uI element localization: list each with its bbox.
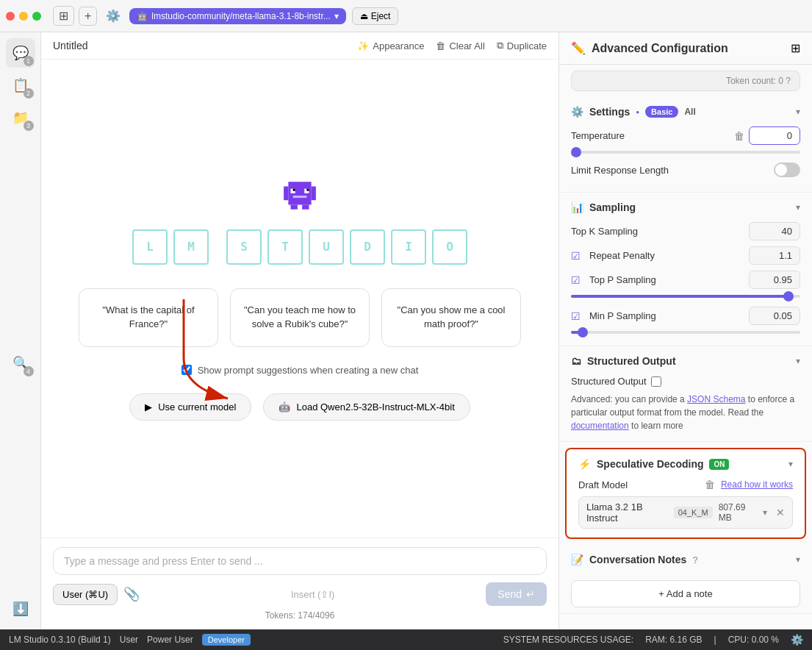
top-p-slider-thumb[interactable] bbox=[783, 291, 794, 301]
documentation-link[interactable]: documentation bbox=[571, 421, 629, 431]
draft-model-actions: 🗑 Read how it works bbox=[705, 479, 793, 490]
delete-temp-icon[interactable]: 🗑 bbox=[734, 130, 744, 142]
model-name: lmstudio-community/meta-llama-3.1-8b-ins… bbox=[151, 11, 330, 21]
sidebar-item-completions[interactable]: 📋 2 bbox=[6, 71, 35, 100]
traffic-lights bbox=[6, 12, 41, 21]
send-icon: ↵ bbox=[526, 588, 535, 600]
suggestion-card-1[interactable]: "What is the capital of France?" bbox=[79, 288, 218, 347]
attach-button[interactable]: 📎 bbox=[123, 586, 140, 602]
speculative-icon: ⚡ bbox=[578, 458, 591, 470]
structured-output-row: Structured Output bbox=[571, 376, 800, 387]
sampling-section-content: Top K Sampling 40 ☑ Repeat Penalty 1.1 ☑… bbox=[559, 222, 812, 346]
model-selector-close[interactable]: ✕ bbox=[776, 507, 785, 518]
token-help-icon[interactable]: ? bbox=[786, 76, 791, 86]
play-icon: ▶ bbox=[145, 401, 152, 413]
settings-section-title: ⚙️ Settings ● Basic All bbox=[571, 106, 696, 118]
show-suggestions-label: Show prompt suggestions when creating a … bbox=[198, 365, 419, 376]
structured-output-chevron: ▾ bbox=[796, 356, 800, 366]
top-p-label-wrap: ☑ Top P Sampling bbox=[571, 274, 656, 286]
min-p-check[interactable]: ☑ bbox=[571, 310, 581, 322]
min-p-slider bbox=[571, 331, 800, 334]
top-p-value[interactable]: 0.95 bbox=[749, 271, 800, 289]
limit-response-toggle[interactable] bbox=[774, 162, 800, 177]
send-button[interactable]: Send ↵ bbox=[486, 582, 547, 606]
settings-section: ⚙️ Settings ● Basic All ▾ Temperature 🗑 … bbox=[559, 97, 812, 193]
temperature-value[interactable]: 0 bbox=[749, 126, 800, 145]
notes-chevron: ▾ bbox=[796, 554, 800, 565]
appearance-button[interactable]: ✨ Appearance bbox=[357, 40, 424, 51]
duplicate-button[interactable]: ⧉ Duplicate bbox=[497, 40, 547, 51]
json-schema-link[interactable]: JSON Schema bbox=[687, 394, 745, 404]
repeat-penalty-check[interactable]: ☑ bbox=[571, 250, 581, 262]
structured-output-content: Structured Output Advanced: you can prov… bbox=[559, 376, 812, 441]
min-p-label: Min P Sampling bbox=[589, 310, 656, 321]
show-suggestions: Show prompt suggestions when creating a … bbox=[182, 365, 419, 376]
chat-input-area: User (⌘U) 📎 Insert (⇧I) Send ↵ Tokens: 1… bbox=[41, 538, 558, 629]
chat-input[interactable] bbox=[64, 555, 536, 567]
action-buttons: ▶ Use current model 🤖 Load Qwen2.5-32B-I… bbox=[129, 393, 470, 421]
temperature-slider-thumb[interactable] bbox=[571, 147, 581, 157]
temperature-label: Temperature bbox=[571, 130, 625, 141]
settings-chevron: ▾ bbox=[796, 107, 800, 117]
sidebar-item-search[interactable]: 🔍 4 bbox=[6, 349, 35, 378]
top-p-label: Top P Sampling bbox=[589, 274, 656, 285]
read-how-link[interactable]: Read how it works bbox=[721, 479, 793, 490]
eject-icon: ⏏ bbox=[360, 11, 368, 21]
maximize-button[interactable] bbox=[32, 12, 41, 21]
delete-draft-icon[interactable]: 🗑 bbox=[705, 479, 715, 490]
status-right: SYSTEM RESOURCES USAGE: RAM: 6.16 GB | C… bbox=[503, 634, 803, 646]
eject-button[interactable]: ⏏ Eject bbox=[352, 7, 399, 25]
chat-area: Untitled ✨ Appearance 🗑 Clear All ⧉ Dupl… bbox=[41, 32, 558, 629]
clear-all-button[interactable]: 🗑 Clear All bbox=[436, 40, 484, 51]
notes-help-icon[interactable]: ? bbox=[692, 554, 698, 565]
cpu-usage: CPU: 0.00 % bbox=[728, 635, 779, 645]
basic-badge[interactable]: Basic bbox=[645, 106, 678, 118]
top-k-value[interactable]: 40 bbox=[749, 222, 800, 240]
use-current-model-button[interactable]: ▶ Use current model bbox=[129, 393, 251, 421]
suggestion-card-2[interactable]: "Can you teach me how to solve a Rubik's… bbox=[230, 288, 370, 347]
sidebar-item-download[interactable]: ⬇️ bbox=[6, 594, 35, 624]
user-button[interactable]: User (⌘U) bbox=[53, 584, 118, 605]
sidebar-badge-2: 2 bbox=[24, 88, 34, 99]
model-selector-size: 807.69 MB bbox=[719, 502, 757, 523]
minimize-button[interactable] bbox=[19, 12, 28, 21]
repeat-penalty-value[interactable]: 1.1 bbox=[749, 246, 800, 265]
settings-section-header[interactable]: ⚙️ Settings ● Basic All ▾ bbox=[559, 97, 812, 126]
min-p-value[interactable]: 0.05 bbox=[749, 307, 800, 325]
structured-output-checkbox[interactable] bbox=[651, 376, 661, 387]
status-bar: LM Studio 0.3.10 (Build 1) User Power Us… bbox=[0, 629, 812, 650]
clear-icon: 🗑 bbox=[436, 40, 445, 51]
status-settings-button[interactable]: ⚙️ bbox=[791, 634, 803, 646]
tab-icon-button[interactable]: ⊞ bbox=[53, 6, 74, 26]
add-note-button[interactable]: + Add a note bbox=[571, 580, 800, 607]
user-label: User (⌘U) bbox=[62, 589, 108, 600]
all-badge[interactable]: All bbox=[684, 107, 695, 117]
structured-output-header[interactable]: 🗂 Structured Output ▾ bbox=[559, 346, 812, 376]
notes-title-text: Conversation Notes bbox=[589, 554, 686, 565]
add-note-label: + Add a note bbox=[658, 588, 712, 599]
use-current-model-label: Use current model bbox=[158, 401, 236, 413]
suggestion-card-3[interactable]: "Can you show me a cool math proof?" bbox=[381, 288, 521, 347]
new-tab-button[interactable]: + bbox=[79, 7, 97, 26]
chat-content: L M S T U D I O "What is the capital of … bbox=[41, 60, 558, 538]
svg-rect-3 bbox=[291, 204, 298, 209]
show-suggestions-checkbox[interactable] bbox=[182, 365, 192, 375]
status-left: LM Studio 0.3.10 (Build 1) User Power Us… bbox=[9, 634, 251, 646]
min-p-slider-thumb[interactable] bbox=[578, 327, 588, 338]
layout-button[interactable]: ⊞ bbox=[791, 41, 800, 55]
chat-input-footer: User (⌘U) 📎 Insert (⇧I) Send ↵ bbox=[53, 582, 547, 606]
ram-usage: RAM: 6.16 GB bbox=[645, 635, 702, 645]
conversation-notes-header[interactable]: 📝 Conversation Notes ? ▾ bbox=[559, 545, 812, 574]
model-selector-chevron[interactable]: ▾ bbox=[763, 507, 767, 518]
close-button[interactable] bbox=[6, 12, 15, 21]
sampling-section-header[interactable]: 📊 Sampling ▾ bbox=[559, 193, 812, 222]
speculative-decoding-header[interactable]: ⚡ Speculative Decoding ON ▾ bbox=[567, 449, 805, 479]
sidebar-item-models[interactable]: 📁 3 bbox=[6, 103, 35, 132]
conversation-notes-title: 📝 Conversation Notes ? bbox=[571, 554, 698, 565]
developer-badge[interactable]: Developer bbox=[202, 634, 251, 646]
load-model-button[interactable]: 🤖 Load Qwen2.5-32B-Instruct-MLX-4bit bbox=[263, 393, 470, 421]
suggestion-cards: "What is the capital of France?" "Can yo… bbox=[79, 288, 521, 347]
top-p-check[interactable]: ☑ bbox=[571, 274, 581, 286]
sidebar-item-chat[interactable]: 💬 1 bbox=[6, 38, 35, 68]
settings-button[interactable]: ⚙️ bbox=[103, 6, 123, 26]
